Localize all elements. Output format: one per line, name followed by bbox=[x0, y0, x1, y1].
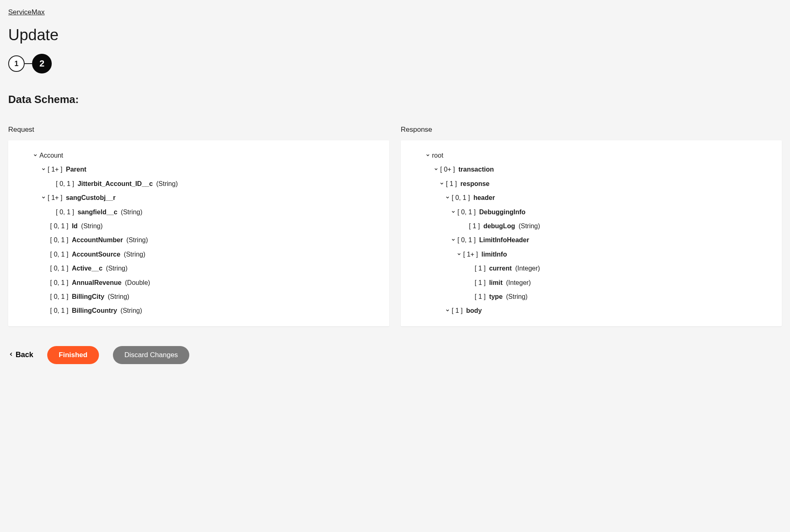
tree-node[interactable]: [ 1+ ] Parent bbox=[15, 163, 383, 177]
cardinality-label: [ 1+ ] bbox=[48, 194, 64, 201]
chevron-down-icon[interactable] bbox=[39, 165, 48, 174]
tree-node[interactable]: Account bbox=[15, 149, 383, 163]
schema-columns: Request Account[ 1+ ] Parent[ 0, 1 ] Jit… bbox=[8, 126, 782, 326]
tree-node-content: [ 0, 1 ] BillingCity (String) bbox=[50, 292, 129, 301]
cardinality-label: [ 0+ ] bbox=[440, 166, 457, 173]
tree-node[interactable]: [ 1+ ] limitInfo bbox=[407, 248, 775, 261]
chevron-down-icon[interactable] bbox=[443, 306, 452, 315]
tree-node[interactable]: [ 1 ] type (String) bbox=[407, 290, 775, 304]
tree-node[interactable]: [ 0, 1 ] BillingCity (String) bbox=[15, 290, 383, 304]
tree-node-content: [ 0, 1 ] AnnualRevenue (Double) bbox=[50, 278, 150, 287]
cardinality-label: [ 1 ] bbox=[446, 180, 459, 187]
tree-node[interactable]: [ 1 ] debugLog (String) bbox=[407, 219, 775, 233]
tree-node[interactable]: [ 1 ] body bbox=[407, 304, 775, 318]
step-2[interactable]: 2 bbox=[32, 54, 52, 73]
node-type: (String) bbox=[504, 293, 528, 300]
chevron-down-icon[interactable] bbox=[39, 193, 48, 202]
node-name: limit bbox=[489, 279, 503, 286]
tree-node-content: [ 0, 1 ] AccountNumber (String) bbox=[50, 236, 148, 245]
tree-node-content: root bbox=[432, 151, 443, 160]
chevron-down-icon[interactable] bbox=[449, 208, 457, 217]
request-panel: Account[ 1+ ] Parent[ 0, 1 ] Jitterbit_A… bbox=[8, 140, 389, 326]
cardinality-label: [ 0, 1 ] bbox=[50, 236, 70, 243]
tree-node[interactable]: [ 0, 1 ] header bbox=[407, 191, 775, 205]
tree-node[interactable]: root bbox=[407, 149, 775, 163]
tree-node-content: [ 0, 1 ] AccountSource (String) bbox=[50, 250, 145, 259]
tree-node-content: [ 1 ] current (Integer) bbox=[475, 264, 540, 273]
cardinality-label: [ 0, 1 ] bbox=[50, 279, 70, 286]
node-name: Account bbox=[39, 152, 63, 159]
tree-node-content: [ 1+ ] sangCustobj__r bbox=[48, 193, 115, 202]
node-name: AnnualRevenue bbox=[72, 279, 122, 286]
chevron-down-icon[interactable] bbox=[424, 151, 432, 160]
tree-node[interactable]: [ 0, 1 ] AnnualRevenue (Double) bbox=[15, 276, 383, 290]
tree-node[interactable]: [ 0+ ] transaction bbox=[407, 163, 775, 177]
node-name: LimitInfoHeader bbox=[479, 236, 529, 243]
response-column: Response root[ 0+ ] transaction[ 1 ] res… bbox=[401, 126, 782, 326]
tree-node-content: [ 1 ] response bbox=[446, 179, 489, 188]
cardinality-label: [ 0, 1 ] bbox=[50, 307, 70, 314]
page-title: Update bbox=[8, 26, 782, 44]
node-type: (String) bbox=[119, 307, 142, 314]
tree-node[interactable]: [ 0, 1 ] LimitInfoHeader bbox=[407, 233, 775, 247]
tree-node[interactable]: [ 1 ] limit (Integer) bbox=[407, 276, 775, 290]
tree-node[interactable]: [ 0, 1 ] AccountNumber (String) bbox=[15, 233, 383, 247]
request-label: Request bbox=[8, 126, 389, 134]
tree-node[interactable]: [ 0, 1 ] sangfield__c (String) bbox=[15, 205, 383, 219]
node-name: Jitterbit_Account_ID__c bbox=[78, 180, 153, 187]
node-name: sangfield__c bbox=[78, 209, 117, 216]
chevron-down-icon[interactable] bbox=[432, 165, 440, 174]
node-name: Active__c bbox=[72, 265, 103, 272]
tree-node-content: [ 0, 1 ] BillingCountry (String) bbox=[50, 306, 142, 315]
tree-node[interactable]: [ 0, 1 ] Jitterbit_Account_ID__c (String… bbox=[15, 177, 383, 191]
chevron-down-icon[interactable] bbox=[31, 151, 39, 160]
node-name: AccountSource bbox=[72, 251, 120, 258]
node-name: Id bbox=[72, 222, 78, 229]
tree-node-content: [ 1 ] type (String) bbox=[475, 292, 528, 301]
step-connector bbox=[25, 63, 32, 64]
chevron-down-icon[interactable] bbox=[449, 236, 457, 245]
tree-node[interactable]: [ 1 ] response bbox=[407, 177, 775, 191]
section-title: Data Schema: bbox=[8, 93, 782, 106]
tree-node-content: [ 0, 1 ] header bbox=[452, 193, 495, 202]
cardinality-label: [ 0, 1 ] bbox=[50, 293, 70, 300]
tree-node[interactable]: [ 0, 1 ] AccountSource (String) bbox=[15, 248, 383, 261]
tree-node-content: [ 0+ ] transaction bbox=[440, 165, 494, 174]
tree-node-content: Account bbox=[39, 151, 63, 160]
tree-node[interactable]: [ 0, 1 ] Id (String) bbox=[15, 219, 383, 233]
tree-node-content: [ 0, 1 ] DebuggingInfo bbox=[457, 208, 526, 217]
cardinality-label: [ 1 ] bbox=[475, 279, 487, 286]
chevron-down-icon[interactable] bbox=[438, 179, 446, 188]
node-name: header bbox=[473, 194, 495, 201]
tree-node[interactable]: [ 0, 1 ] BillingCountry (String) bbox=[15, 304, 383, 318]
node-type: (String) bbox=[106, 293, 129, 300]
breadcrumb[interactable]: ServiceMax bbox=[8, 8, 782, 16]
node-type: (String) bbox=[517, 222, 540, 229]
cardinality-label: [ 0, 1 ] bbox=[56, 209, 76, 216]
finished-button[interactable]: Finished bbox=[47, 346, 99, 364]
node-type: (Integer) bbox=[504, 279, 531, 286]
cardinality-label: [ 0, 1 ] bbox=[56, 180, 76, 187]
tree-node[interactable]: [ 1 ] current (Integer) bbox=[407, 261, 775, 275]
node-name: type bbox=[489, 293, 503, 300]
node-name: debugLog bbox=[483, 222, 515, 229]
step-1[interactable]: 1 bbox=[8, 55, 25, 72]
back-button[interactable]: Back bbox=[8, 351, 33, 359]
cardinality-label: [ 1 ] bbox=[452, 307, 464, 314]
cardinality-label: [ 0, 1 ] bbox=[457, 236, 478, 243]
chevron-down-icon[interactable] bbox=[455, 250, 463, 259]
response-label: Response bbox=[401, 126, 782, 134]
discard-button[interactable]: Discard Changes bbox=[113, 346, 189, 364]
footer-actions: Back Finished Discard Changes bbox=[8, 346, 782, 364]
back-button-label: Back bbox=[16, 351, 33, 359]
tree-node[interactable]: [ 1+ ] sangCustobj__r bbox=[15, 191, 383, 205]
tree-node-content: [ 0, 1 ] sangfield__c (String) bbox=[56, 208, 142, 217]
node-type: (String) bbox=[104, 265, 128, 272]
node-name: BillingCountry bbox=[72, 307, 117, 314]
tree-node[interactable]: [ 0, 1 ] Active__c (String) bbox=[15, 261, 383, 275]
node-name: body bbox=[466, 307, 482, 314]
cardinality-label: [ 0, 1 ] bbox=[452, 194, 472, 201]
cardinality-label: [ 0, 1 ] bbox=[457, 209, 478, 216]
tree-node[interactable]: [ 0, 1 ] DebuggingInfo bbox=[407, 205, 775, 219]
chevron-down-icon[interactable] bbox=[443, 193, 452, 202]
